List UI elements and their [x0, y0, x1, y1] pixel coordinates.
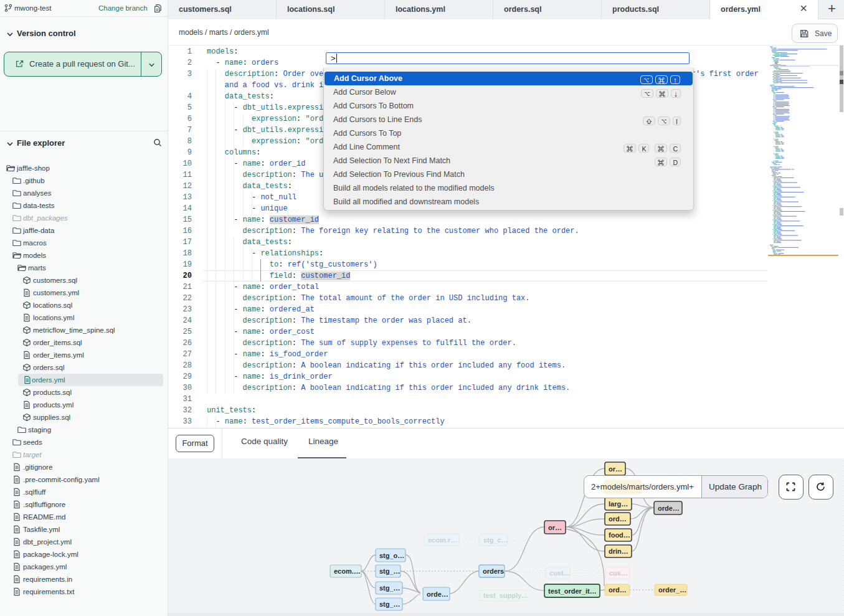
- svg-text:ord…: ord…: [609, 515, 627, 523]
- svg-text:orde…: orde…: [427, 590, 448, 598]
- svg-text:food…: food…: [609, 531, 630, 539]
- svg-text:stg_o…: stg_o…: [379, 552, 404, 559]
- svg-text:stg_c…: stg_c…: [483, 536, 508, 544]
- svg-text:stg_…: stg_…: [379, 600, 401, 608]
- svg-text:or…: or…: [609, 465, 622, 473]
- svg-text:cust…: cust…: [549, 569, 571, 577]
- svg-text:or…: or…: [548, 524, 562, 531]
- svg-text:larg…: larg…: [609, 500, 628, 508]
- svg-text:ord…: ord…: [609, 586, 627, 594]
- svg-text:stg_…: stg_…: [379, 567, 401, 575]
- svg-text:drin…: drin…: [609, 547, 628, 555]
- svg-text:test_order_it…: test_order_it…: [548, 587, 597, 595]
- svg-text:stg_…: stg_…: [379, 584, 401, 592]
- svg-text:orde…: orde…: [658, 505, 680, 512]
- svg-text:ecom.…: ecom.…: [334, 567, 361, 575]
- svg-text:test_supply…: test_supply…: [483, 592, 528, 599]
- svg-text:order_…: order_…: [658, 586, 686, 594]
- svg-text:ecom.r…: ecom.r…: [428, 536, 457, 544]
- svg-text:cus…: cus…: [609, 569, 628, 577]
- svg-text:orders: orders: [483, 567, 504, 575]
